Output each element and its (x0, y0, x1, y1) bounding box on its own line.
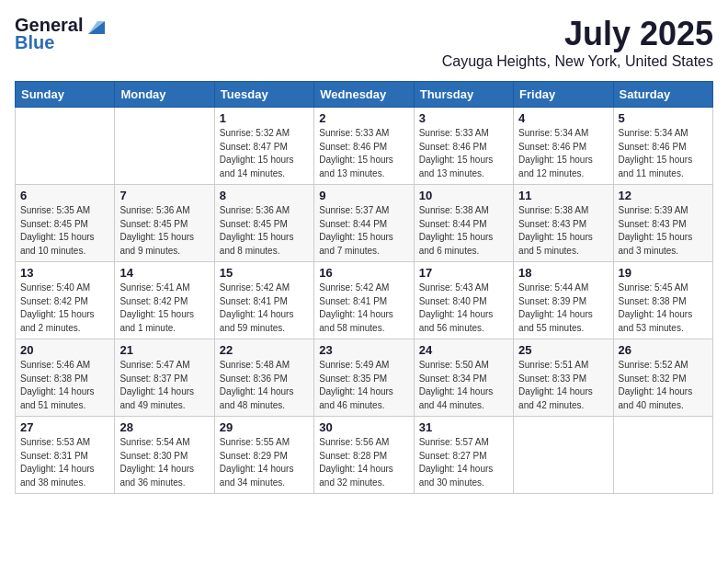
calendar-cell: 14Sunrise: 5:41 AMSunset: 8:42 PMDayligh… (115, 262, 214, 339)
calendar-cell: 6Sunrise: 5:35 AMSunset: 8:45 PMDaylight… (16, 185, 115, 262)
calendar-cell: 15Sunrise: 5:42 AMSunset: 8:41 PMDayligh… (214, 262, 313, 339)
calendar-cell: 25Sunrise: 5:51 AMSunset: 8:33 PMDayligh… (514, 339, 613, 417)
calendar-cell: 3Sunrise: 5:33 AMSunset: 8:46 PMDaylight… (414, 108, 513, 185)
calendar-cell: 4Sunrise: 5:34 AMSunset: 8:46 PMDaylight… (514, 108, 613, 185)
weekday-header-row: SundayMondayTuesdayWednesdayThursdayFrid… (16, 82, 713, 108)
day-number: 23 (319, 343, 408, 357)
day-info: Sunrise: 5:41 AMSunset: 8:42 PMDaylight:… (119, 282, 209, 335)
title-block: July 2025 Cayuga Heights, New York, Unit… (442, 15, 713, 70)
day-info: Sunrise: 5:49 AMSunset: 8:35 PMDaylight:… (319, 359, 408, 412)
day-number: 31 (419, 420, 508, 434)
day-info: Sunrise: 5:48 AMSunset: 8:36 PMDaylight:… (220, 359, 309, 412)
day-number: 9 (319, 189, 408, 202)
calendar-cell: 20Sunrise: 5:46 AMSunset: 8:38 PMDayligh… (16, 339, 115, 417)
calendar-week-row: 20Sunrise: 5:46 AMSunset: 8:38 PMDayligh… (16, 339, 713, 417)
calendar-week-row: 27Sunrise: 5:53 AMSunset: 8:31 PMDayligh… (16, 417, 713, 494)
calendar-cell: 22Sunrise: 5:48 AMSunset: 8:36 PMDayligh… (214, 339, 313, 417)
day-number: 30 (319, 420, 408, 434)
logo-icon (85, 17, 105, 34)
day-info: Sunrise: 5:45 AMSunset: 8:38 PMDaylight:… (619, 282, 708, 335)
logo-blue: Blue (15, 32, 54, 53)
calendar-cell: 18Sunrise: 5:44 AMSunset: 8:39 PMDayligh… (514, 262, 613, 339)
weekday-header-tuesday: Tuesday (214, 82, 313, 108)
day-info: Sunrise: 5:36 AMSunset: 8:45 PMDaylight:… (119, 204, 209, 258)
day-info: Sunrise: 5:34 AMSunset: 8:46 PMDaylight:… (619, 127, 708, 180)
logo: General Blue (15, 15, 105, 53)
day-number: 5 (619, 111, 708, 125)
day-info: Sunrise: 5:34 AMSunset: 8:46 PMDaylight:… (518, 127, 608, 180)
day-number: 22 (220, 343, 309, 357)
day-info: Sunrise: 5:43 AMSunset: 8:40 PMDaylight:… (419, 282, 508, 335)
day-info: Sunrise: 5:53 AMSunset: 8:31 PMDaylight:… (20, 436, 109, 489)
day-info: Sunrise: 5:42 AMSunset: 8:41 PMDaylight:… (319, 282, 408, 335)
day-number: 10 (419, 189, 508, 202)
day-info: Sunrise: 5:38 AMSunset: 8:44 PMDaylight:… (419, 204, 508, 258)
weekday-header-sunday: Sunday (16, 82, 115, 108)
day-info: Sunrise: 5:55 AMSunset: 8:29 PMDaylight:… (220, 436, 309, 489)
day-number: 6 (20, 189, 109, 202)
day-info: Sunrise: 5:52 AMSunset: 8:32 PMDaylight:… (619, 359, 708, 412)
day-number: 1 (220, 111, 309, 125)
calendar-cell: 30Sunrise: 5:56 AMSunset: 8:28 PMDayligh… (314, 417, 414, 494)
day-number: 28 (119, 420, 209, 434)
day-info: Sunrise: 5:37 AMSunset: 8:44 PMDaylight:… (319, 204, 408, 258)
calendar-cell (115, 108, 214, 185)
day-info: Sunrise: 5:33 AMSunset: 8:46 PMDaylight:… (319, 127, 408, 180)
calendar-cell: 27Sunrise: 5:53 AMSunset: 8:31 PMDayligh… (16, 417, 115, 494)
day-number: 16 (319, 266, 408, 280)
day-number: 3 (419, 111, 508, 125)
calendar-week-row: 6Sunrise: 5:35 AMSunset: 8:45 PMDaylight… (16, 185, 713, 262)
day-info: Sunrise: 5:38 AMSunset: 8:43 PMDaylight:… (518, 204, 608, 258)
day-info: Sunrise: 5:57 AMSunset: 8:27 PMDaylight:… (419, 436, 508, 489)
weekday-header-friday: Friday (514, 82, 613, 108)
calendar-cell (613, 417, 712, 494)
calendar-week-row: 1Sunrise: 5:32 AMSunset: 8:47 PMDaylight… (16, 108, 713, 185)
day-info: Sunrise: 5:44 AMSunset: 8:39 PMDaylight:… (518, 282, 608, 335)
weekday-header-monday: Monday (115, 82, 214, 108)
calendar-cell: 7Sunrise: 5:36 AMSunset: 8:45 PMDaylight… (115, 185, 214, 262)
day-info: Sunrise: 5:35 AMSunset: 8:45 PMDaylight:… (20, 204, 109, 258)
day-number: 29 (220, 420, 309, 434)
calendar-table: SundayMondayTuesdayWednesdayThursdayFrid… (15, 81, 713, 494)
calendar-cell (16, 108, 115, 185)
calendar-cell: 13Sunrise: 5:40 AMSunset: 8:42 PMDayligh… (16, 262, 115, 339)
day-number: 14 (119, 266, 209, 280)
calendar-cell: 21Sunrise: 5:47 AMSunset: 8:37 PMDayligh… (115, 339, 214, 417)
day-info: Sunrise: 5:42 AMSunset: 8:41 PMDaylight:… (220, 282, 309, 335)
day-number: 15 (220, 266, 309, 280)
day-info: Sunrise: 5:46 AMSunset: 8:38 PMDaylight:… (20, 359, 109, 412)
weekday-header-saturday: Saturday (613, 82, 712, 108)
day-info: Sunrise: 5:40 AMSunset: 8:42 PMDaylight:… (20, 282, 109, 335)
day-info: Sunrise: 5:54 AMSunset: 8:30 PMDaylight:… (119, 436, 209, 489)
calendar-cell: 5Sunrise: 5:34 AMSunset: 8:46 PMDaylight… (613, 108, 712, 185)
calendar-cell: 16Sunrise: 5:42 AMSunset: 8:41 PMDayligh… (314, 262, 414, 339)
calendar-cell: 2Sunrise: 5:33 AMSunset: 8:46 PMDaylight… (314, 108, 414, 185)
location-title: Cayuga Heights, New York, United States (442, 53, 713, 70)
calendar-cell: 23Sunrise: 5:49 AMSunset: 8:35 PMDayligh… (314, 339, 414, 417)
calendar-cell: 29Sunrise: 5:55 AMSunset: 8:29 PMDayligh… (214, 417, 313, 494)
day-number: 8 (220, 189, 309, 202)
day-number: 20 (20, 343, 109, 357)
day-number: 17 (419, 266, 508, 280)
day-number: 2 (319, 111, 408, 125)
day-number: 18 (518, 266, 608, 280)
calendar-cell: 12Sunrise: 5:39 AMSunset: 8:43 PMDayligh… (613, 185, 712, 262)
day-info: Sunrise: 5:51 AMSunset: 8:33 PMDaylight:… (518, 359, 608, 412)
day-number: 24 (419, 343, 508, 357)
calendar-cell: 24Sunrise: 5:50 AMSunset: 8:34 PMDayligh… (414, 339, 513, 417)
weekday-header-thursday: Thursday (414, 82, 513, 108)
calendar-cell: 1Sunrise: 5:32 AMSunset: 8:47 PMDaylight… (214, 108, 313, 185)
calendar-cell (514, 417, 613, 494)
day-number: 7 (119, 189, 209, 202)
calendar-cell: 19Sunrise: 5:45 AMSunset: 8:38 PMDayligh… (613, 262, 712, 339)
month-title: July 2025 (442, 15, 713, 53)
page-header: General Blue July 2025 Cayuga Heights, N… (15, 15, 713, 70)
day-info: Sunrise: 5:50 AMSunset: 8:34 PMDaylight:… (419, 359, 508, 412)
day-number: 26 (619, 343, 708, 357)
calendar-cell: 17Sunrise: 5:43 AMSunset: 8:40 PMDayligh… (414, 262, 513, 339)
day-info: Sunrise: 5:47 AMSunset: 8:37 PMDaylight:… (119, 359, 209, 412)
calendar-cell: 28Sunrise: 5:54 AMSunset: 8:30 PMDayligh… (115, 417, 214, 494)
day-number: 21 (119, 343, 209, 357)
day-info: Sunrise: 5:33 AMSunset: 8:46 PMDaylight:… (419, 127, 508, 180)
calendar-week-row: 13Sunrise: 5:40 AMSunset: 8:42 PMDayligh… (16, 262, 713, 339)
